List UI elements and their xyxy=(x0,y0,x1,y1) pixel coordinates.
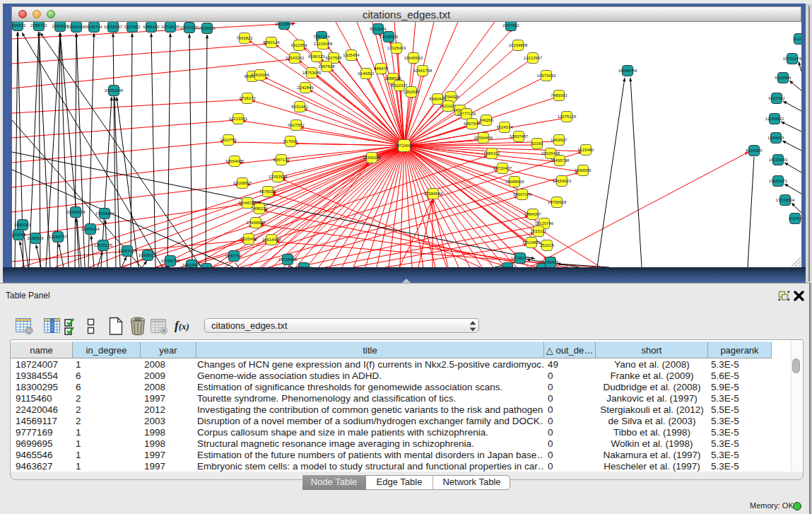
svg-text:13325419: 13325419 xyxy=(387,46,406,50)
svg-text:12213331: 12213331 xyxy=(229,117,248,121)
svg-text:18300295: 18300295 xyxy=(363,156,382,160)
svg-text:14136141: 14136141 xyxy=(511,256,530,260)
svg-text:7515526: 7515526 xyxy=(199,26,216,30)
svg-text:13524851: 13524851 xyxy=(522,240,541,245)
svg-text:11451194: 11451194 xyxy=(81,227,100,231)
svg-text:111253: 111253 xyxy=(792,37,801,41)
svg-text:1205572: 1205572 xyxy=(12,23,26,28)
svg-text:10719135: 10719135 xyxy=(161,25,180,29)
svg-text:13353594: 13353594 xyxy=(269,175,288,179)
svg-text:1733426: 1733426 xyxy=(542,260,559,264)
svg-text:2055721: 2055721 xyxy=(30,23,47,28)
svg-text:17016504: 17016504 xyxy=(776,198,795,202)
svg-text:19218506: 19218506 xyxy=(379,35,399,39)
svg-text:16914479: 16914479 xyxy=(262,238,281,242)
svg-text:20691406: 20691406 xyxy=(67,25,86,29)
svg-text:12505135: 12505135 xyxy=(94,243,113,247)
svg-text:15409948: 15409948 xyxy=(247,221,266,225)
svg-text:9350281: 9350281 xyxy=(14,223,31,227)
svg-text:15720407: 15720407 xyxy=(493,166,512,170)
svg-text:2047682: 2047682 xyxy=(502,23,519,28)
svg-text:16033809: 16033809 xyxy=(275,22,294,26)
svg-text:19654985: 19654985 xyxy=(225,159,245,163)
svg-text:13226058: 13226058 xyxy=(314,42,333,46)
svg-text:6466160: 6466160 xyxy=(143,25,160,29)
svg-text:62160: 62160 xyxy=(531,141,543,146)
svg-text:15751074: 15751074 xyxy=(783,57,801,61)
svg-text:12093822: 12093822 xyxy=(765,117,784,121)
svg-text:8215955: 8215955 xyxy=(746,148,763,153)
svg-text:16640910: 16640910 xyxy=(404,56,423,60)
svg-text:7625402: 7625402 xyxy=(240,237,257,241)
svg-text:10958107: 10958107 xyxy=(139,253,158,257)
svg-text:18753685: 18753685 xyxy=(302,71,322,75)
svg-text:9794028: 9794028 xyxy=(442,95,459,99)
svg-text:25495798: 25495798 xyxy=(551,158,570,163)
svg-text:12213967: 12213967 xyxy=(524,56,543,60)
svg-text:1244415: 1244415 xyxy=(767,136,784,140)
svg-text:18907249: 18907249 xyxy=(513,192,532,197)
svg-text:9329966: 9329966 xyxy=(775,76,792,80)
svg-text:8813054: 8813054 xyxy=(370,27,387,31)
svg-text:10973493: 10973493 xyxy=(537,74,556,78)
svg-text:10961758: 10961758 xyxy=(413,69,433,73)
svg-text:12942757: 12942757 xyxy=(49,235,68,239)
svg-text:16648784: 16648784 xyxy=(618,69,637,73)
svg-text:252214: 252214 xyxy=(540,243,555,247)
svg-text:2718170: 2718170 xyxy=(239,96,256,100)
svg-text:22420046: 22420046 xyxy=(251,73,270,77)
svg-text:10154808: 10154808 xyxy=(509,43,528,47)
svg-text:19692971: 19692971 xyxy=(769,179,788,183)
svg-text:20053346: 20053346 xyxy=(105,88,124,93)
svg-text:19384554: 19384554 xyxy=(424,192,443,196)
svg-text:6497546: 6497546 xyxy=(464,122,481,126)
svg-text:8031442: 8031442 xyxy=(291,105,308,109)
svg-text:10655267: 10655267 xyxy=(104,25,123,29)
svg-text:16210643: 16210643 xyxy=(769,158,788,162)
svg-text:7485063: 7485063 xyxy=(551,93,567,98)
svg-text:20206558: 20206558 xyxy=(66,210,86,214)
svg-text:845474: 845474 xyxy=(374,66,389,71)
svg-text:18724007: 18724007 xyxy=(395,144,414,148)
svg-text:9884067: 9884067 xyxy=(524,212,541,216)
svg-text:10688609: 10688609 xyxy=(505,180,524,184)
svg-text:17957225: 17957225 xyxy=(118,249,137,253)
svg-text:8322037: 8322037 xyxy=(391,83,408,88)
svg-text:16120746: 16120746 xyxy=(535,221,554,226)
svg-text:7986322: 7986322 xyxy=(483,151,500,156)
svg-text:7663822: 7663822 xyxy=(236,36,253,40)
svg-text:991541: 991541 xyxy=(12,233,26,237)
svg-text:19756928: 19756928 xyxy=(548,200,567,204)
svg-text:1362615: 1362615 xyxy=(403,90,420,94)
svg-text:2967608: 2967608 xyxy=(318,64,335,69)
svg-text:817006: 817006 xyxy=(283,139,298,144)
svg-text:1527602: 1527602 xyxy=(124,25,141,29)
svg-text:8660124: 8660124 xyxy=(263,40,280,45)
svg-text:20364436: 20364436 xyxy=(474,136,493,140)
svg-text:116753: 116753 xyxy=(788,216,801,221)
svg-text:10543362: 10543362 xyxy=(286,56,305,60)
svg-text:5578334: 5578334 xyxy=(259,189,276,194)
svg-text:9135724: 9135724 xyxy=(86,25,102,29)
svg-text:2242845: 2242845 xyxy=(297,86,314,90)
svg-text:1810755: 1810755 xyxy=(220,138,237,142)
svg-text:1615112: 1615112 xyxy=(531,229,548,233)
svg-text:12975125: 12975125 xyxy=(558,115,577,119)
svg-text:19166827: 19166827 xyxy=(233,181,252,185)
svg-text:746266: 746266 xyxy=(479,118,494,122)
svg-text:8186323: 8186323 xyxy=(308,54,325,59)
svg-text:10807487: 10807487 xyxy=(510,134,529,139)
svg-text:13654923: 13654923 xyxy=(553,179,572,183)
svg-text:17359924: 17359924 xyxy=(95,211,114,216)
svg-text:9427552: 9427552 xyxy=(288,123,305,127)
svg-text:2156829: 2156829 xyxy=(27,236,44,240)
svg-text:1463627: 1463627 xyxy=(551,138,567,142)
svg-text:3267130: 3267130 xyxy=(273,158,290,162)
svg-text:3498222: 3498222 xyxy=(251,206,268,211)
svg-text:9857791: 9857791 xyxy=(225,254,242,258)
svg-text:15716485: 15716485 xyxy=(278,257,298,262)
svg-text:16782759: 16782759 xyxy=(161,259,180,263)
svg-text:9227342: 9227342 xyxy=(768,96,785,100)
svg-text:3912954: 3912954 xyxy=(290,43,307,47)
svg-text:19777109: 19777109 xyxy=(457,112,476,116)
